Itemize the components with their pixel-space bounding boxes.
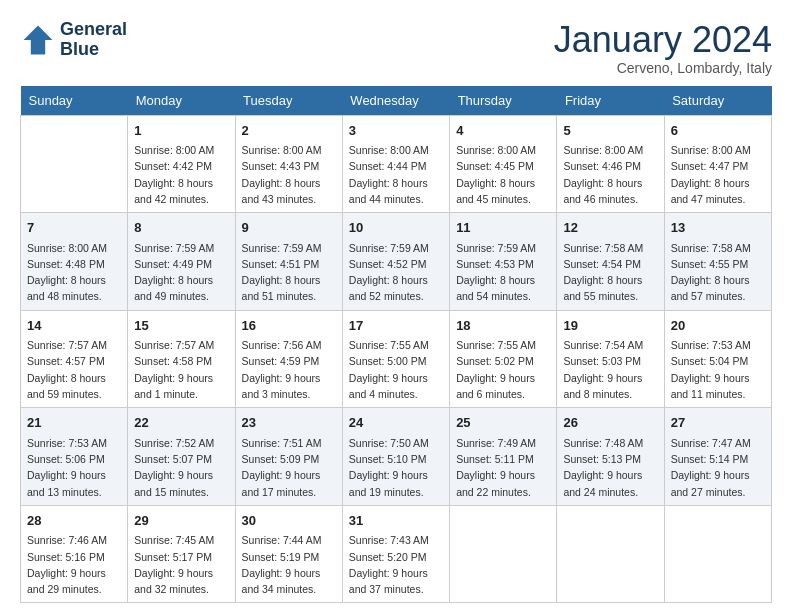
- day-info: Sunrise: 7:53 AMSunset: 5:04 PMDaylight:…: [671, 337, 765, 402]
- day-header-tuesday: Tuesday: [235, 86, 342, 116]
- day-number: 6: [671, 121, 765, 141]
- day-cell: [557, 505, 664, 603]
- day-cell: 26Sunrise: 7:48 AMSunset: 5:13 PMDayligh…: [557, 408, 664, 506]
- day-info: Sunrise: 7:47 AMSunset: 5:14 PMDaylight:…: [671, 435, 765, 500]
- day-number: 18: [456, 316, 550, 336]
- day-info: Sunrise: 7:59 AMSunset: 4:51 PMDaylight:…: [242, 240, 336, 305]
- day-number: 22: [134, 413, 228, 433]
- day-cell: 19Sunrise: 7:54 AMSunset: 5:03 PMDayligh…: [557, 310, 664, 408]
- day-info: Sunrise: 7:55 AMSunset: 5:00 PMDaylight:…: [349, 337, 443, 402]
- day-number: 1: [134, 121, 228, 141]
- day-cell: 23Sunrise: 7:51 AMSunset: 5:09 PMDayligh…: [235, 408, 342, 506]
- day-info: Sunrise: 8:00 AMSunset: 4:48 PMDaylight:…: [27, 240, 121, 305]
- day-cell: 14Sunrise: 7:57 AMSunset: 4:57 PMDayligh…: [21, 310, 128, 408]
- day-info: Sunrise: 8:00 AMSunset: 4:42 PMDaylight:…: [134, 142, 228, 207]
- day-number: 30: [242, 511, 336, 531]
- day-info: Sunrise: 7:46 AMSunset: 5:16 PMDaylight:…: [27, 532, 121, 597]
- day-number: 4: [456, 121, 550, 141]
- day-number: 9: [242, 218, 336, 238]
- day-cell: 16Sunrise: 7:56 AMSunset: 4:59 PMDayligh…: [235, 310, 342, 408]
- day-cell: 25Sunrise: 7:49 AMSunset: 5:11 PMDayligh…: [450, 408, 557, 506]
- day-info: Sunrise: 8:00 AMSunset: 4:43 PMDaylight:…: [242, 142, 336, 207]
- day-number: 25: [456, 413, 550, 433]
- day-info: Sunrise: 7:59 AMSunset: 4:49 PMDaylight:…: [134, 240, 228, 305]
- day-info: Sunrise: 7:51 AMSunset: 5:09 PMDaylight:…: [242, 435, 336, 500]
- day-number: 11: [456, 218, 550, 238]
- day-info: Sunrise: 7:55 AMSunset: 5:02 PMDaylight:…: [456, 337, 550, 402]
- day-number: 16: [242, 316, 336, 336]
- day-cell: 8Sunrise: 7:59 AMSunset: 4:49 PMDaylight…: [128, 213, 235, 311]
- day-cell: 13Sunrise: 7:58 AMSunset: 4:55 PMDayligh…: [664, 213, 771, 311]
- day-number: 19: [563, 316, 657, 336]
- day-header-friday: Friday: [557, 86, 664, 116]
- day-number: 5: [563, 121, 657, 141]
- day-cell: 11Sunrise: 7:59 AMSunset: 4:53 PMDayligh…: [450, 213, 557, 311]
- day-number: 31: [349, 511, 443, 531]
- day-cell: [450, 505, 557, 603]
- day-cell: 20Sunrise: 7:53 AMSunset: 5:04 PMDayligh…: [664, 310, 771, 408]
- week-row: 7Sunrise: 8:00 AMSunset: 4:48 PMDaylight…: [21, 213, 772, 311]
- calendar-table: SundayMondayTuesdayWednesdayThursdayFrid…: [20, 86, 772, 604]
- day-number: 27: [671, 413, 765, 433]
- day-info: Sunrise: 8:00 AMSunset: 4:47 PMDaylight:…: [671, 142, 765, 207]
- header-row: SundayMondayTuesdayWednesdayThursdayFrid…: [21, 86, 772, 116]
- week-row: 1Sunrise: 8:00 AMSunset: 4:42 PMDaylight…: [21, 115, 772, 213]
- day-cell: 5Sunrise: 8:00 AMSunset: 4:46 PMDaylight…: [557, 115, 664, 213]
- day-header-wednesday: Wednesday: [342, 86, 449, 116]
- day-cell: 24Sunrise: 7:50 AMSunset: 5:10 PMDayligh…: [342, 408, 449, 506]
- day-cell: 15Sunrise: 7:57 AMSunset: 4:58 PMDayligh…: [128, 310, 235, 408]
- day-info: Sunrise: 8:00 AMSunset: 4:44 PMDaylight:…: [349, 142, 443, 207]
- day-info: Sunrise: 7:48 AMSunset: 5:13 PMDaylight:…: [563, 435, 657, 500]
- day-number: 15: [134, 316, 228, 336]
- day-info: Sunrise: 7:43 AMSunset: 5:20 PMDaylight:…: [349, 532, 443, 597]
- day-cell: 3Sunrise: 8:00 AMSunset: 4:44 PMDaylight…: [342, 115, 449, 213]
- day-cell: 22Sunrise: 7:52 AMSunset: 5:07 PMDayligh…: [128, 408, 235, 506]
- week-row: 14Sunrise: 7:57 AMSunset: 4:57 PMDayligh…: [21, 310, 772, 408]
- day-cell: 30Sunrise: 7:44 AMSunset: 5:19 PMDayligh…: [235, 505, 342, 603]
- day-info: Sunrise: 7:56 AMSunset: 4:59 PMDaylight:…: [242, 337, 336, 402]
- day-info: Sunrise: 7:59 AMSunset: 4:53 PMDaylight:…: [456, 240, 550, 305]
- day-number: 21: [27, 413, 121, 433]
- day-number: 20: [671, 316, 765, 336]
- day-cell: 2Sunrise: 8:00 AMSunset: 4:43 PMDaylight…: [235, 115, 342, 213]
- day-info: Sunrise: 7:59 AMSunset: 4:52 PMDaylight:…: [349, 240, 443, 305]
- day-info: Sunrise: 7:57 AMSunset: 4:58 PMDaylight:…: [134, 337, 228, 402]
- day-cell: 10Sunrise: 7:59 AMSunset: 4:52 PMDayligh…: [342, 213, 449, 311]
- day-info: Sunrise: 7:45 AMSunset: 5:17 PMDaylight:…: [134, 532, 228, 597]
- day-header-sunday: Sunday: [21, 86, 128, 116]
- day-cell: 21Sunrise: 7:53 AMSunset: 5:06 PMDayligh…: [21, 408, 128, 506]
- svg-marker-0: [24, 25, 53, 54]
- day-number: 10: [349, 218, 443, 238]
- day-info: Sunrise: 7:58 AMSunset: 4:54 PMDaylight:…: [563, 240, 657, 305]
- day-info: Sunrise: 7:54 AMSunset: 5:03 PMDaylight:…: [563, 337, 657, 402]
- logo-icon: [20, 22, 56, 58]
- day-info: Sunrise: 7:44 AMSunset: 5:19 PMDaylight:…: [242, 532, 336, 597]
- day-cell: 1Sunrise: 8:00 AMSunset: 4:42 PMDaylight…: [128, 115, 235, 213]
- day-number: 8: [134, 218, 228, 238]
- day-cell: 4Sunrise: 8:00 AMSunset: 4:45 PMDaylight…: [450, 115, 557, 213]
- day-info: Sunrise: 7:49 AMSunset: 5:11 PMDaylight:…: [456, 435, 550, 500]
- day-number: 12: [563, 218, 657, 238]
- title-area: January 2024 Cerveno, Lombardy, Italy: [554, 20, 772, 76]
- day-cell: 6Sunrise: 8:00 AMSunset: 4:47 PMDaylight…: [664, 115, 771, 213]
- day-number: 3: [349, 121, 443, 141]
- day-cell: [664, 505, 771, 603]
- month-title: January 2024: [554, 20, 772, 60]
- day-cell: 17Sunrise: 7:55 AMSunset: 5:00 PMDayligh…: [342, 310, 449, 408]
- logo-line1: General: [60, 20, 127, 40]
- day-info: Sunrise: 7:53 AMSunset: 5:06 PMDaylight:…: [27, 435, 121, 500]
- day-number: 23: [242, 413, 336, 433]
- day-header-saturday: Saturday: [664, 86, 771, 116]
- day-number: 13: [671, 218, 765, 238]
- logo: General Blue: [20, 20, 127, 60]
- day-number: 14: [27, 316, 121, 336]
- logo-line2: Blue: [60, 40, 127, 60]
- day-header-monday: Monday: [128, 86, 235, 116]
- day-number: 29: [134, 511, 228, 531]
- day-cell: 27Sunrise: 7:47 AMSunset: 5:14 PMDayligh…: [664, 408, 771, 506]
- day-cell: 12Sunrise: 7:58 AMSunset: 4:54 PMDayligh…: [557, 213, 664, 311]
- day-number: 26: [563, 413, 657, 433]
- day-number: 2: [242, 121, 336, 141]
- day-cell: 28Sunrise: 7:46 AMSunset: 5:16 PMDayligh…: [21, 505, 128, 603]
- day-info: Sunrise: 7:57 AMSunset: 4:57 PMDaylight:…: [27, 337, 121, 402]
